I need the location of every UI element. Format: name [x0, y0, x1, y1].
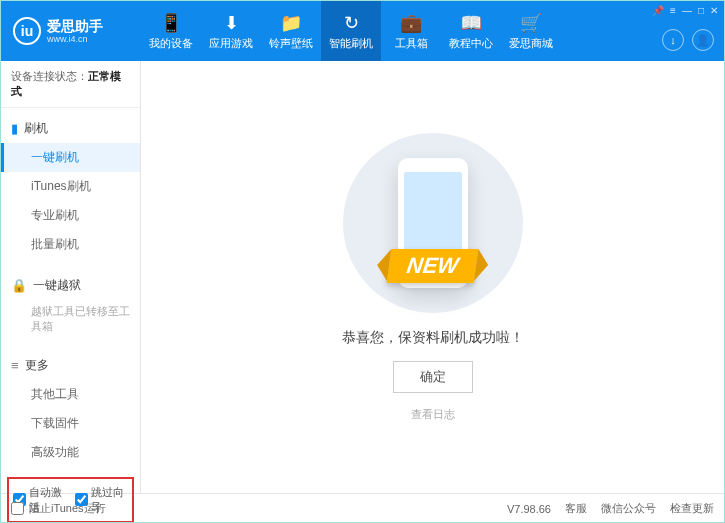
sidebar-item-flash-3[interactable]: 批量刷机: [1, 230, 140, 259]
main-nav: 📱我的设备⬇应用游戏📁铃声壁纸↻智能刷机💼工具箱📖教程中心🛒爱思商城: [141, 1, 724, 61]
sidebar: 设备连接状态：正常模式 ▮ 刷机 一键刷机iTunes刷机专业刷机批量刷机 🔒 …: [1, 61, 141, 493]
phone-icon: ▮: [11, 121, 18, 136]
sidebar-item-flash-0[interactable]: 一键刷机: [1, 143, 140, 172]
nav-icon: 💼: [400, 12, 422, 34]
jailbreak-note: 越狱工具已转移至工具箱: [1, 300, 140, 339]
block-itunes-checkbox[interactable]: 阻止iTunes运行: [11, 501, 106, 516]
nav-icon: ⬇: [224, 12, 239, 34]
user-button[interactable]: 👤: [692, 29, 714, 51]
more-icon: ≡: [11, 358, 19, 373]
header: iu 爱思助手 www.i4.cn 📱我的设备⬇应用游戏📁铃声壁纸↻智能刷机💼工…: [1, 1, 724, 61]
nav-icon: 📁: [280, 12, 302, 34]
ok-button[interactable]: 确定: [393, 361, 473, 393]
maximize-icon[interactable]: □: [698, 5, 704, 16]
version-label: V7.98.66: [507, 503, 551, 515]
nav-2[interactable]: 📁铃声壁纸: [261, 1, 321, 61]
nav-6[interactable]: 🛒爱思商城: [501, 1, 561, 61]
header-actions: ↓ 👤: [662, 29, 714, 51]
sidebar-item-more-1[interactable]: 下载固件: [1, 409, 140, 438]
logo-icon: iu: [13, 17, 41, 45]
main-content: NEW 恭喜您，保资料刷机成功啦！ 确定 查看日志: [141, 61, 724, 493]
sidebar-item-more-2[interactable]: 高级功能: [1, 438, 140, 467]
view-log-link[interactable]: 查看日志: [411, 407, 455, 422]
nav-icon: ↻: [344, 12, 359, 34]
nav-icon: 🛒: [520, 12, 542, 34]
nav-icon: 📖: [460, 12, 482, 34]
nav-3[interactable]: ↻智能刷机: [321, 1, 381, 61]
nav-5[interactable]: 📖教程中心: [441, 1, 501, 61]
sidebar-item-more-0[interactable]: 其他工具: [1, 380, 140, 409]
lock-icon: 🔒: [11, 278, 27, 293]
support-link[interactable]: 客服: [565, 501, 587, 516]
logo: iu 爱思助手 www.i4.cn: [1, 17, 141, 45]
app-url: www.i4.cn: [47, 34, 103, 44]
nav-0[interactable]: 📱我的设备: [141, 1, 201, 61]
sidebar-item-flash-2[interactable]: 专业刷机: [1, 201, 140, 230]
sidebar-item-flash-1[interactable]: iTunes刷机: [1, 172, 140, 201]
new-ribbon: NEW: [386, 249, 478, 283]
nav-1[interactable]: ⬇应用游戏: [201, 1, 261, 61]
close-icon[interactable]: ✕: [710, 5, 718, 16]
menu-icon[interactable]: ≡: [670, 5, 676, 16]
pin-icon[interactable]: 📌: [652, 5, 664, 16]
sidebar-section-more[interactable]: ≡ 更多: [1, 351, 140, 380]
sidebar-section-flash[interactable]: ▮ 刷机: [1, 114, 140, 143]
connection-status: 设备连接状态：正常模式: [1, 61, 140, 108]
success-message: 恭喜您，保资料刷机成功啦！: [342, 329, 524, 347]
wechat-link[interactable]: 微信公众号: [601, 501, 656, 516]
window-controls: 📌 ≡ — □ ✕: [652, 5, 718, 16]
nav-icon: 📱: [160, 12, 182, 34]
download-button[interactable]: ↓: [662, 29, 684, 51]
success-illustration: NEW: [333, 133, 533, 313]
nav-4[interactable]: 💼工具箱: [381, 1, 441, 61]
update-link[interactable]: 检查更新: [670, 501, 714, 516]
minimize-icon[interactable]: —: [682, 5, 692, 16]
sidebar-section-jailbreak[interactable]: 🔒 一键越狱: [1, 271, 140, 300]
